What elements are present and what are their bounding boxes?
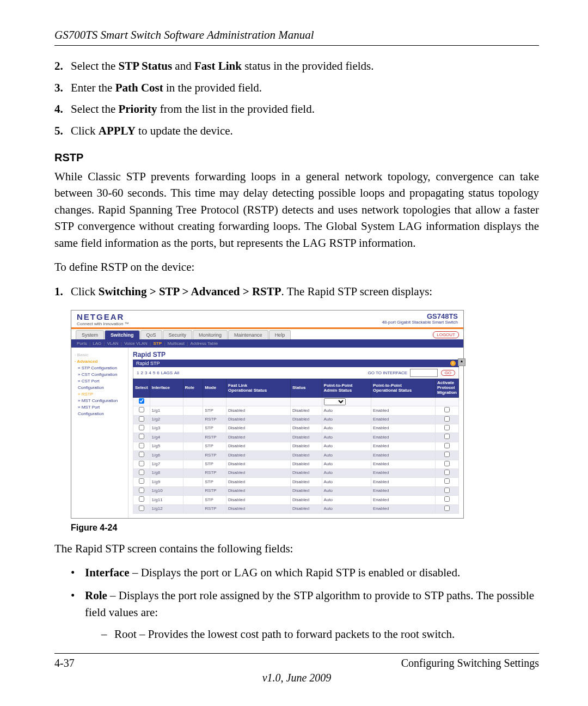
info-icon[interactable]: i: [450, 361, 456, 366]
table-row: 1/g12RSTPDisabledDisabledAutoEnabled: [133, 504, 459, 513]
tab-switching[interactable]: Switching: [105, 330, 140, 339]
migration-checkbox[interactable]: [444, 425, 450, 430]
select-all-checkbox[interactable]: [139, 398, 144, 404]
pager-bar: 123456LAGSAll GO TO INTERFACE GO: [133, 367, 459, 379]
subtab-ports[interactable]: Ports: [77, 341, 87, 346]
step-number: 2.: [54, 58, 71, 75]
nav-link-cst-port-configuration[interactable]: » CST Port Configuration: [75, 378, 125, 391]
migration-checkbox[interactable]: [444, 443, 450, 448]
migration-checkbox[interactable]: [444, 461, 450, 466]
tab-system[interactable]: System: [76, 330, 104, 339]
migration-checkbox[interactable]: [444, 478, 450, 484]
pager-page-5[interactable]: 5: [153, 370, 155, 375]
row-select-checkbox[interactable]: [139, 425, 144, 430]
row-select-checkbox[interactable]: [139, 461, 144, 466]
table-row: 1/g9STPDisabledDisabledAutoEnabled: [133, 478, 459, 486]
scroll-up-icon[interactable]: ▲: [458, 358, 465, 366]
step-number: 5.: [54, 123, 71, 140]
main-tabs: SystemSwitchingQoSSecurityMonitoringMain…: [71, 329, 463, 339]
tab-maintenance[interactable]: Maintenance: [228, 330, 268, 339]
pager-page-6[interactable]: 6: [157, 370, 159, 375]
tab-help[interactable]: Help: [269, 330, 291, 339]
table-row: 1/g7STPDisabledDisabledAutoEnabled: [133, 460, 459, 468]
migration-checkbox[interactable]: [444, 496, 450, 502]
rstp-table: SelectInterfaceRoleModeFast LinkOperatio…: [133, 379, 459, 513]
nav-group-advanced[interactable]: · Advanced: [75, 358, 125, 365]
table-row: 1/g1STPDisabledDisabledAutoEnabled: [133, 406, 459, 415]
step1-list: 1. Click Switching > STP > Advanced > RS…: [54, 283, 539, 301]
page-footer: 4-37 Configuring Switching Settings v1.0…: [54, 647, 539, 684]
row-select-checkbox[interactable]: [139, 488, 144, 493]
migration-checkbox[interactable]: [444, 407, 450, 412]
nav-link-mst-configuration[interactable]: » MST Configuration: [75, 398, 125, 404]
tab-security[interactable]: Security: [163, 330, 193, 339]
nav-link-cst-configuration[interactable]: » CST Configuration: [75, 372, 125, 378]
migration-checkbox[interactable]: [444, 470, 450, 475]
doc-version: v1.0, June 2009: [54, 672, 539, 684]
subtab-lag[interactable]: LAG: [93, 341, 101, 346]
table-row: 1/g8RSTPDisabledDisabledAutoEnabled: [133, 468, 459, 477]
tab-monitoring[interactable]: Monitoring: [193, 330, 228, 339]
pager-page-4[interactable]: 4: [149, 370, 151, 375]
field-bullet: Role – Displays the port role assigned b…: [71, 587, 539, 643]
row-select-checkbox[interactable]: [139, 478, 144, 484]
nav-link-mst-port-configuration[interactable]: » MST Port Configuration: [75, 404, 125, 417]
tab-qos[interactable]: QoS: [140, 330, 162, 339]
row-select-checkbox[interactable]: [139, 416, 144, 422]
row-select-checkbox[interactable]: [139, 443, 144, 448]
header-rule: [54, 45, 539, 46]
step-number: 3.: [54, 80, 71, 97]
subtab-address-table[interactable]: Address Table: [191, 341, 218, 346]
table-header-row: SelectInterfaceRoleModeFast LinkOperatio…: [133, 379, 459, 397]
table-filter-row: [133, 397, 459, 406]
subtab-vlan[interactable]: VLAN: [107, 341, 119, 346]
row-select-checkbox[interactable]: [139, 407, 144, 412]
left-nav: · Basic· Advanced» STP Configuration» CS…: [71, 348, 128, 518]
migration-checkbox[interactable]: [444, 506, 450, 511]
admin-status-filter[interactable]: [324, 398, 346, 405]
pager-page-3[interactable]: 3: [145, 370, 147, 375]
rstp-heading: RSTP: [54, 151, 539, 164]
pager-all[interactable]: All: [174, 370, 179, 375]
field-sub-bullet: Root – Provides the lowest cost path to …: [101, 626, 539, 643]
field-bullet: Interface – Displays the port or LAG on …: [71, 564, 539, 582]
col-point-to-point-operational-status: Point-to-PointOperational Status: [371, 379, 436, 397]
subtab-stp[interactable]: STP: [153, 341, 162, 346]
row-select-checkbox[interactable]: [139, 506, 144, 511]
subtab-voice-vlan[interactable]: Voice VLAN: [124, 341, 148, 346]
row-select-checkbox[interactable]: [139, 470, 144, 475]
go-button[interactable]: GO: [441, 370, 455, 376]
nav-link-stp-configuration[interactable]: » STP Configuration: [75, 365, 125, 372]
pager-page-2[interactable]: 2: [140, 370, 143, 375]
col-mode: Mode: [203, 379, 226, 397]
subtab-multicast[interactable]: Multicast: [168, 341, 185, 346]
fields-intro: The Rapid STP screen contains the follow…: [54, 540, 539, 557]
field-bullets: Interface – Displays the port or LAG on …: [71, 564, 539, 643]
pager-page-1[interactable]: 1: [137, 370, 139, 375]
col-fast-link-operational-status: Fast LinkOperational Status: [226, 379, 291, 397]
figure-caption: Figure 4-24: [71, 523, 539, 533]
step-text: Select the Priority from the list in the…: [71, 101, 315, 118]
table-row: 1/g3STPDisabledDisabledAutoEnabled: [133, 424, 459, 433]
logout-button[interactable]: LOGOUT: [433, 331, 459, 338]
running-header: GS700TS Smart Switch Software Administra…: [54, 28, 539, 42]
row-select-checkbox[interactable]: [139, 434, 144, 439]
row-select-checkbox[interactable]: [139, 452, 144, 457]
table-row: 1/g4RSTPDisabledDisabledAutoEnabled: [133, 433, 459, 442]
row-select-checkbox[interactable]: [139, 496, 144, 502]
table-row: 1/g6RSTPDisabledDisabledAutoEnabled: [133, 451, 459, 460]
col-status: Status: [291, 379, 322, 397]
goto-interface-input[interactable]: [410, 369, 438, 377]
content-panel: ▲ Rapid STP Rapid STP i 123456LAGSAll GO…: [128, 348, 463, 518]
table-row: 1/g10RSTPDisabledDisabledAutoEnabled: [133, 486, 459, 495]
nav-link-rstp[interactable]: » RSTP: [75, 391, 125, 398]
migration-checkbox[interactable]: [444, 452, 450, 457]
table-row: 1/g2RSTPDisabledDisabledAutoEnabled: [133, 415, 459, 424]
nav-group-basic[interactable]: · Basic: [75, 352, 125, 358]
migration-checkbox[interactable]: [444, 416, 450, 422]
migration-checkbox[interactable]: [444, 488, 450, 493]
pager-lags[interactable]: LAGS: [161, 370, 173, 375]
goto-label: GO TO INTERFACE: [367, 370, 407, 375]
migration-checkbox[interactable]: [444, 434, 450, 439]
col-interface: Interface: [150, 379, 183, 397]
